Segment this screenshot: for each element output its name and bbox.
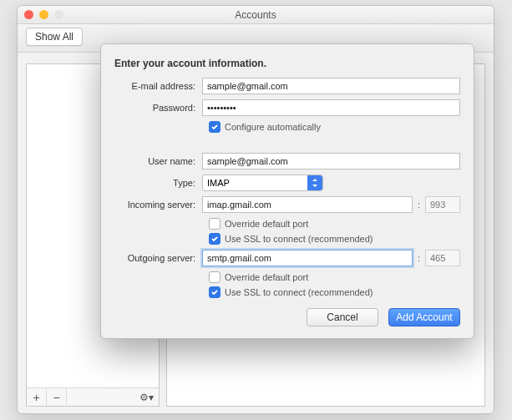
add-account-button[interactable]: Add Account [388,308,460,326]
incoming-ssl-checkbox[interactable] [209,233,221,245]
incoming-ssl-label: Use SSL to connect (recommended) [225,234,373,244]
traffic-lights [24,10,63,19]
remove-account-small-button[interactable]: − [47,388,67,407]
zoom-icon[interactable] [54,10,63,19]
gear-menu-button[interactable]: ⚙▾ [134,392,159,403]
username-label: User name: [114,156,202,166]
type-select-value: IMAP [207,178,230,188]
sheet-title: Enter your account information. [114,58,460,69]
password-field[interactable] [202,99,460,116]
outgoing-server-field[interactable] [202,250,413,266]
email-label: E-mail address: [114,81,202,91]
outgoing-port-field[interactable] [425,250,460,266]
add-account-small-button[interactable]: + [27,388,47,407]
outgoing-override-port-label: Override default port [225,272,308,282]
outgoing-ssl-label: Use SSL to connect (recommended) [225,287,373,297]
close-icon[interactable] [24,10,33,19]
chevron-updown-icon [307,175,322,190]
username-field[interactable] [202,153,460,170]
port-separator: : [418,200,420,210]
show-all-button[interactable]: Show All [26,28,83,46]
window-title: Accounts [235,9,276,21]
account-setup-sheet: Enter your account information. E-mail a… [100,43,474,339]
incoming-override-port-label: Override default port [225,219,308,229]
password-label: Password: [114,103,202,113]
type-select[interactable]: IMAP [202,175,323,191]
configure-automatically-label: Configure automatically [225,122,321,132]
type-label: Type: [114,178,202,188]
cancel-button[interactable]: Cancel [307,308,378,326]
incoming-label: Incoming server: [114,200,202,210]
titlebar: Accounts [18,6,494,24]
incoming-port-field[interactable] [425,196,460,213]
incoming-server-field[interactable] [202,196,413,213]
minimize-icon[interactable] [39,10,48,19]
list-footer: + − ⚙▾ [27,387,159,406]
outgoing-label: Outgoing server: [114,253,202,263]
outgoing-ssl-checkbox[interactable] [209,286,221,298]
outgoing-override-port-checkbox[interactable] [209,271,221,283]
incoming-override-port-checkbox[interactable] [209,218,221,230]
configure-automatically-checkbox[interactable] [209,121,221,133]
port-separator-2: : [418,253,420,263]
email-field[interactable] [202,78,460,94]
